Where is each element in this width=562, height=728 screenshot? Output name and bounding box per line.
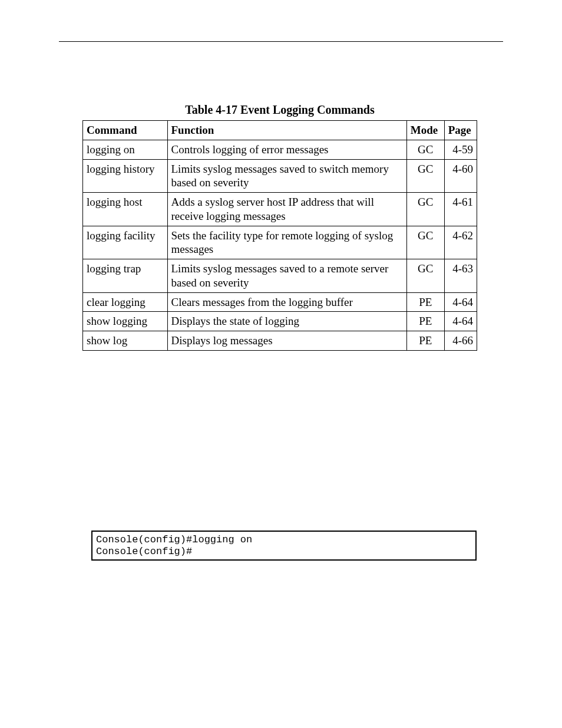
- cell-page: 4-62: [444, 226, 477, 259]
- content: Table 4-17 Event Logging Commands Comman…: [82, 103, 477, 351]
- cell-function: Controls logging of error messages: [167, 140, 406, 159]
- th-page: Page: [444, 121, 477, 140]
- page: Table 4-17 Event Logging Commands Comman…: [0, 0, 562, 728]
- cell-command: clear logging: [83, 292, 168, 312]
- cell-mode: PE: [406, 292, 444, 312]
- cell-function: Adds a syslog server host IP address tha…: [167, 193, 406, 226]
- cell-mode: GC: [406, 159, 444, 193]
- cell-page: 4-59: [444, 140, 477, 159]
- cell-mode: GC: [406, 226, 444, 259]
- table-row: logging facility Sets the facility type …: [83, 226, 477, 259]
- cli-example: Console(config)#logging on Console(confi…: [91, 531, 477, 561]
- cell-mode: GC: [406, 259, 444, 293]
- cell-function: Limits syslog messages saved to switch m…: [167, 159, 406, 193]
- table-row: show log Displays log messages PE 4-66: [83, 331, 477, 351]
- table-row: logging history Limits syslog messages s…: [83, 159, 477, 193]
- cell-function: Displays the state of logging: [167, 312, 406, 331]
- th-command: Command: [83, 121, 168, 140]
- cell-page: 4-60: [444, 159, 477, 193]
- cell-function: Limits syslog messages saved to a remote…: [167, 259, 406, 293]
- cell-mode: PE: [406, 331, 444, 351]
- cell-command: logging on: [83, 140, 168, 159]
- cell-page: 4-63: [444, 259, 477, 293]
- cell-mode: PE: [406, 312, 444, 331]
- table-row: logging trap Limits syslog messages save…: [83, 259, 477, 293]
- cell-page: 4-64: [444, 292, 477, 312]
- cell-mode: GC: [406, 193, 444, 226]
- table-row: logging on Controls logging of error mes…: [83, 140, 477, 159]
- table-row: clear logging Clears messages from the l…: [83, 292, 477, 312]
- table-header-row: Command Function Mode Page: [83, 121, 477, 140]
- header-rule: [59, 41, 503, 42]
- cell-command: logging host: [83, 193, 168, 226]
- command-table: Command Function Mode Page logging on Co…: [82, 120, 477, 351]
- th-function: Function: [167, 121, 406, 140]
- cell-function: Clears messages from the logging buffer: [167, 292, 406, 312]
- cell-command: logging history: [83, 159, 168, 193]
- cell-command: show logging: [83, 312, 168, 331]
- cell-function: Sets the facility type for remote loggin…: [167, 226, 406, 259]
- cell-function: Displays log messages: [167, 331, 406, 351]
- table-caption: Table 4-17 Event Logging Commands: [82, 103, 477, 117]
- table-row: show logging Displays the state of loggi…: [83, 312, 477, 331]
- cell-page: 4-61: [444, 193, 477, 226]
- cell-page: 4-66: [444, 331, 477, 351]
- cell-page: 4-64: [444, 312, 477, 331]
- cell-command: logging trap: [83, 259, 168, 293]
- table-row: logging host Adds a syslog server host I…: [83, 193, 477, 226]
- cell-command: show log: [83, 331, 168, 351]
- th-mode: Mode: [406, 121, 444, 140]
- cell-command: logging facility: [83, 226, 168, 259]
- cell-mode: GC: [406, 140, 444, 159]
